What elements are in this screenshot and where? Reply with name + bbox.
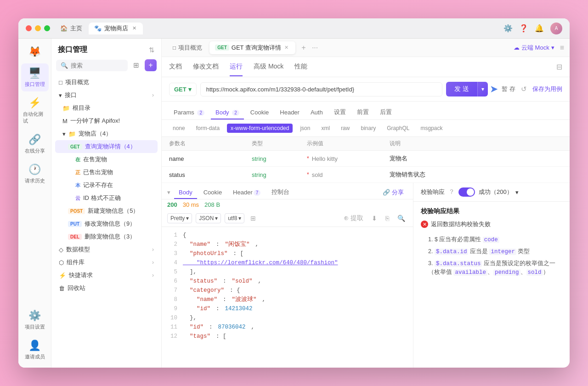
extract-icon[interactable]: ⊕ 提取 [341, 213, 366, 224]
search-code-icon[interactable]: 🔍 [395, 213, 407, 223]
search-input-wrap[interactable]: 🔍 [56, 60, 128, 71]
body-type-raw[interactable]: raw [337, 124, 353, 133]
close-button[interactable] [26, 25, 32, 31]
share-button[interactable]: 🔗 分享 [379, 187, 407, 199]
tree-item-root[interactable]: 📁 根目录 [55, 102, 158, 114]
tab-project-overview[interactable]: □ 项目概览 [167, 41, 208, 54]
body-type-none[interactable]: none [169, 124, 189, 133]
tree-item-components[interactable]: ⬡ 组件库 › [55, 256, 158, 269]
save-temp-button[interactable]: 暂 存 [502, 85, 515, 93]
tree-item-apifox-intro[interactable]: M 一分钟了解 Apifox! [55, 114, 158, 127]
sub-tab-docs[interactable]: 文档 [169, 58, 182, 76]
sidebar-item-invite[interactable]: 👤 邀请成员 [21, 336, 49, 364]
project-icon: ⚙️ [28, 310, 41, 322]
save-example-button[interactable]: 保存为用例 [532, 85, 562, 93]
tree-item-del-pet[interactable]: DEL 删除宠物信息（3） [55, 230, 158, 243]
required-star-1: * [307, 171, 309, 178]
sidebar-item-api[interactable]: 🖥️ 接口管理 [21, 63, 49, 91]
components-icon: ⬡ [59, 259, 64, 266]
tree-item-petstore[interactable]: ▾ 📁 宠物店（4） [55, 127, 158, 140]
cloud-mock-selector[interactable]: ☁ 云端 Mock ▾ [510, 42, 558, 54]
params-tab-settings[interactable]: 设置 [329, 105, 351, 120]
search-input[interactable] [71, 62, 123, 69]
copy-icon[interactable]: ⎘ [383, 213, 391, 223]
tree-item-trash[interactable]: 🗑 回收站 [55, 282, 158, 295]
minimize-button[interactable] [35, 25, 41, 31]
validate-question-icon[interactable]: ？ [448, 188, 455, 196]
tree-item-sold[interactable]: 正 已售出宠物 [55, 166, 158, 179]
body-type-graphql[interactable]: GraphQL [383, 124, 413, 133]
sidebar-item-project[interactable]: ⚙️ 项目设置 [21, 306, 49, 334]
td-type-0: string [252, 155, 307, 162]
response-tab-body[interactable]: Body [174, 187, 197, 199]
split-view-icon[interactable]: ⊟ [556, 62, 562, 71]
params-tab-pre[interactable]: 前置 [352, 105, 373, 120]
utf8-select[interactable]: utf8 ▾ [225, 213, 244, 223]
body-type-urlencoded[interactable]: x-www-form-urlencoded [227, 124, 293, 133]
sub-tab-advanced-mock[interactable]: 高级 Mock [254, 58, 283, 76]
avatar[interactable]: A [550, 23, 562, 34]
tree-item-post-pet[interactable]: POST 新建宠物信息（5） [55, 204, 158, 217]
tab-get-close[interactable]: ✕ [283, 45, 290, 51]
filter-icon[interactable]: ⊞ [131, 59, 141, 71]
method-select[interactable]: GET ▾ [169, 83, 197, 96]
send-dropdown-button[interactable]: ▾ [477, 82, 488, 96]
help-icon[interactable]: ❓ [519, 24, 528, 33]
tab-overview-label: 项目概览 [178, 44, 202, 52]
sub-tab-edit-docs[interactable]: 修改文档 [193, 58, 219, 76]
tree-item-onsale[interactable]: 在 在售宠物 [55, 153, 158, 166]
params-tab-body[interactable]: Body 2 [211, 106, 244, 119]
tab-home[interactable]: 🏠 主页 [56, 23, 87, 34]
format-icon[interactable]: ⊞ [248, 213, 258, 223]
sidebar-item-history[interactable]: 🕐 请求历史 [21, 160, 49, 188]
params-tab-cookie[interactable]: Cookie [246, 106, 273, 119]
tree-label-onsale: 在售宠物 [83, 155, 107, 164]
params-tab-params[interactable]: Params 2 [169, 106, 209, 119]
json-select[interactable]: JSON ▾ [196, 213, 221, 223]
add-tab-button[interactable]: + [297, 41, 310, 54]
sidebar-item-auto[interactable]: ⚡ 自动化测试 [21, 93, 49, 128]
settings-icon[interactable]: ⚙️ [503, 24, 513, 33]
response-tab-cookie[interactable]: Cookie [199, 187, 226, 199]
tab-close-button[interactable]: ✕ [131, 25, 137, 32]
pretty-select[interactable]: Pretty ▾ [167, 213, 192, 223]
params-tab-auth[interactable]: Auth [306, 106, 328, 119]
fullscreen-button[interactable] [44, 25, 50, 31]
tree-item-notfound[interactable]: 本 记录不存在 [55, 179, 158, 192]
download-icon[interactable]: ⬇ [369, 213, 379, 223]
body-type-xml[interactable]: xml [317, 124, 334, 133]
tree-item-overview[interactable]: □ 项目概览 [55, 76, 158, 89]
validate-status[interactable]: 成功（200） ▾ [479, 188, 519, 196]
more-tabs-button[interactable]: ··· [312, 44, 318, 52]
tree-item-put-pet[interactable]: PUT 修改宠物信息（9） [55, 217, 158, 230]
sidebar-sort-icon[interactable]: ⇅ [149, 46, 155, 54]
tree-item-id-error[interactable]: 云 ID 格式不正确 [55, 192, 158, 204]
body-type-msgpack[interactable]: msgpack [417, 124, 447, 133]
url-input[interactable] [200, 82, 443, 96]
tree-item-api-section[interactable]: ▾ 接口 › [55, 89, 158, 102]
add-button[interactable]: + [145, 59, 157, 71]
send-button[interactable]: 发 送 [446, 82, 477, 96]
collapse-icon[interactable]: ▾ [167, 189, 170, 196]
code-area[interactable]: 1 { 2 "name": "闲饭宝", 3 "photoUrls": [ [162, 227, 413, 368]
tree-item-get-pet[interactable]: GET 查询宠物详情（4） [55, 140, 158, 153]
sub-tab-performance[interactable]: 性能 [294, 58, 307, 76]
tab-get-pet-detail[interactable]: GET GET 查询宠物详情 ✕ [209, 41, 295, 54]
body-type-formdata[interactable]: form-data [192, 124, 223, 133]
tree-item-quick-request[interactable]: ⚡ 快捷请求 › [55, 269, 158, 282]
response-tab-header[interactable]: Header7 [228, 187, 265, 199]
validate-status-label: 成功（200） [479, 188, 513, 196]
bell-icon[interactable]: 🔔 [535, 24, 544, 33]
tree-item-data-model[interactable]: ◇ 数据模型 › [55, 243, 158, 256]
refresh-icon[interactable]: ↺ [521, 85, 527, 93]
params-tab-header[interactable]: Header [275, 106, 304, 119]
validate-toggle[interactable] [458, 187, 475, 197]
tab-pet-store[interactable]: 🐾 宠物商店 ✕ [89, 23, 143, 34]
sub-tab-run[interactable]: 运行 [230, 58, 243, 76]
menu-button[interactable]: ≡ [560, 44, 564, 52]
sidebar-item-share[interactable]: 🔗 在线分享 [21, 130, 49, 158]
params-tab-post[interactable]: 后置 [375, 105, 396, 120]
body-type-json[interactable]: json [296, 124, 314, 133]
response-tab-console[interactable]: 控制台 [267, 186, 294, 199]
body-type-binary[interactable]: binary [357, 124, 379, 133]
